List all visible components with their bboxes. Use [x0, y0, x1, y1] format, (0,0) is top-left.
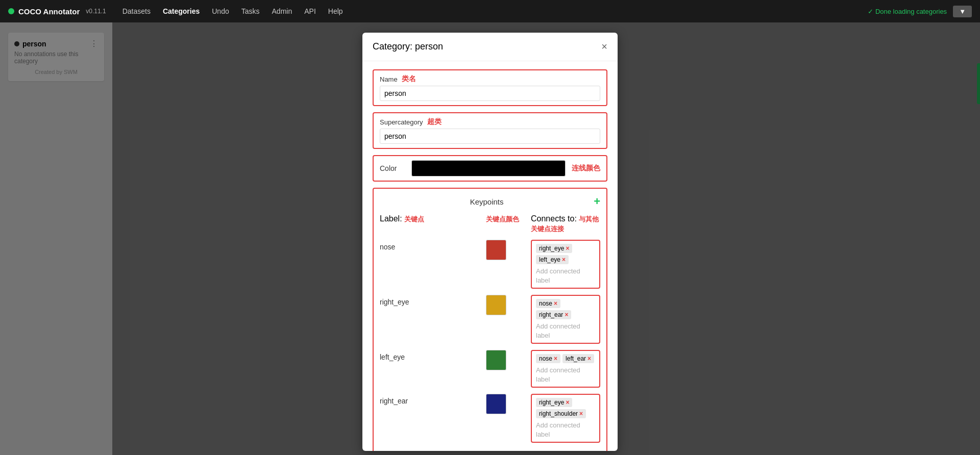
- nav-help[interactable]: Help: [328, 7, 343, 15]
- nav-tasks[interactable]: Tasks: [241, 7, 260, 15]
- modal-close-button[interactable]: ×: [601, 41, 607, 53]
- col-connects-header: Connects to: 与其他关键点连接: [531, 214, 600, 234]
- nav-api[interactable]: API: [304, 7, 316, 15]
- keypoint-name-right-ear: right_ear: [380, 394, 482, 405]
- col-color-header: 关键点颜色: [486, 214, 527, 234]
- user-button[interactable]: ▼: [953, 6, 972, 17]
- remove-right-shoulder-from-right-ear-button[interactable]: ×: [579, 410, 583, 417]
- keypoints-header: Keypoints +: [380, 195, 600, 208]
- nav-links: Datasets Categories Undo Tasks Admin API…: [122, 7, 868, 15]
- keypoint-color-left-eye[interactable]: [486, 350, 506, 370]
- keypoint-color-nose[interactable]: [486, 240, 506, 260]
- col-color-annotation: 关键点颜色: [486, 215, 519, 223]
- brand-dot-icon: [8, 8, 14, 14]
- modal-body: Name 类名 Supercategory 超类 Color: [362, 61, 618, 451]
- category-modal: Category: person × Name 类名 Supercategory: [362, 33, 618, 451]
- tag-left-eye: left_eye ×: [536, 255, 569, 264]
- remove-right-eye-button[interactable]: ×: [566, 245, 569, 252]
- nav-datasets[interactable]: Datasets: [122, 7, 151, 15]
- tag-nose-for-left-eye: nose ×: [536, 354, 560, 363]
- name-field-group: Name 类名: [373, 69, 607, 106]
- keypoint-connects-left-eye: nose × left_ear × Add connected label: [531, 350, 600, 388]
- user-label: ▼: [959, 8, 966, 15]
- brand-version: v0.11.1: [86, 8, 106, 15]
- add-connected-label-nose[interactable]: Add connected label: [536, 267, 580, 284]
- color-annotation: 连线颜色: [572, 164, 600, 173]
- name-label: Name 类名: [380, 74, 600, 84]
- keypoint-tags-right-ear: right_eye × right_shoulder ×: [536, 398, 595, 418]
- supercategory-field-group: Supercategory 超类: [373, 112, 607, 149]
- keypoints-column-headers: Label: 关键点 关键点颜色 Connects to: 与其他关键点连接: [380, 214, 600, 236]
- keypoint-name-left-eye: left_eye: [380, 350, 482, 361]
- remove-nose-from-right-eye-button[interactable]: ×: [554, 300, 557, 307]
- keypoint-row-right-eye: right_eye nose × right_ear ×: [380, 295, 600, 344]
- supercategory-input[interactable]: [380, 129, 600, 144]
- main-content: person ⋮ No annotations use this categor…: [0, 22, 980, 455]
- keypoint-row-nose: nose right_eye × left_eye ×: [380, 240, 600, 289]
- modal-overlay: Category: person × Name 类名 Supercategory: [0, 22, 980, 455]
- done-loading-status: ✓ Done loading categories: [868, 8, 947, 15]
- brand-name: COCO Annotator: [18, 7, 80, 16]
- color-field-row: Color 连线颜色: [380, 160, 600, 176]
- tag-right-eye: right_eye ×: [536, 244, 572, 253]
- keypoints-section: Keypoints + Label: 关键点 关键点颜色 Conn: [373, 188, 607, 451]
- supercategory-annotation: 超类: [427, 117, 442, 127]
- color-swatch[interactable]: [411, 160, 566, 176]
- color-field-group: Color 连线颜色: [373, 155, 607, 182]
- name-input[interactable]: [380, 86, 600, 101]
- keypoint-tags-right-eye: nose × right_ear ×: [536, 299, 595, 319]
- remove-left-ear-from-left-eye-button[interactable]: ×: [587, 355, 591, 362]
- keypoints-title: Keypoints: [380, 197, 594, 206]
- color-label: Color: [380, 164, 405, 172]
- tag-left-ear-for-left-eye: left_ear ×: [562, 354, 594, 363]
- nav-undo[interactable]: Undo: [212, 7, 229, 15]
- brand: COCO Annotator v0.11.1: [8, 7, 106, 16]
- tag-right-eye-for-right-ear: right_eye ×: [536, 398, 572, 407]
- keypoint-row-right-ear: right_ear right_eye × right_shoulder: [380, 394, 600, 443]
- keypoint-name-nose: nose: [380, 240, 482, 251]
- remove-nose-from-left-eye-button[interactable]: ×: [554, 355, 557, 362]
- keypoint-tags-nose: right_eye × left_eye ×: [536, 244, 595, 264]
- keypoint-connects-right-ear: right_eye × right_shoulder × Add connect…: [531, 394, 600, 443]
- supercategory-label: Supercategory 超类: [380, 117, 600, 127]
- modal-header: Category: person ×: [362, 33, 618, 61]
- remove-right-ear-from-right-eye-button[interactable]: ×: [565, 311, 568, 318]
- keypoint-name-right-eye: right_eye: [380, 295, 482, 306]
- add-connected-label-left-eye[interactable]: Add connected label: [536, 366, 580, 383]
- keypoint-connects-nose: right_eye × left_eye × Add connected lab…: [531, 240, 600, 289]
- navbar: COCO Annotator v0.11.1 Datasets Categori…: [0, 0, 980, 22]
- col-label-header: Label: 关键点: [380, 214, 482, 234]
- tag-right-shoulder-for-right-ear: right_shoulder ×: [536, 409, 586, 418]
- keypoint-tags-left-eye: nose × left_ear ×: [536, 354, 595, 363]
- nav-right: ✓ Done loading categories ▼: [868, 6, 972, 17]
- keypoint-connects-right-eye: nose × right_ear × Add connected label: [531, 295, 600, 344]
- name-annotation: 类名: [402, 74, 416, 84]
- nav-categories[interactable]: Categories: [163, 7, 200, 15]
- keypoint-color-right-eye[interactable]: [486, 295, 506, 315]
- add-keypoint-button[interactable]: +: [594, 195, 600, 208]
- remove-left-eye-button[interactable]: ×: [562, 256, 566, 263]
- add-connected-label-right-ear[interactable]: Add connected label: [536, 421, 580, 438]
- add-connected-label-right-eye[interactable]: Add connected label: [536, 322, 580, 339]
- keypoint-row-left-eye: left_eye nose × left_ear ×: [380, 350, 600, 388]
- nav-admin[interactable]: Admin: [272, 7, 292, 15]
- remove-right-eye-from-right-ear-button[interactable]: ×: [566, 399, 569, 406]
- keypoint-color-right-ear[interactable]: [486, 394, 506, 414]
- tag-right-ear-for-right-eye: right_ear ×: [536, 310, 571, 319]
- col-label-annotation: 关键点: [404, 215, 424, 223]
- tag-nose-for-right-eye: nose ×: [536, 299, 560, 308]
- modal-title: Category: person: [373, 41, 443, 52]
